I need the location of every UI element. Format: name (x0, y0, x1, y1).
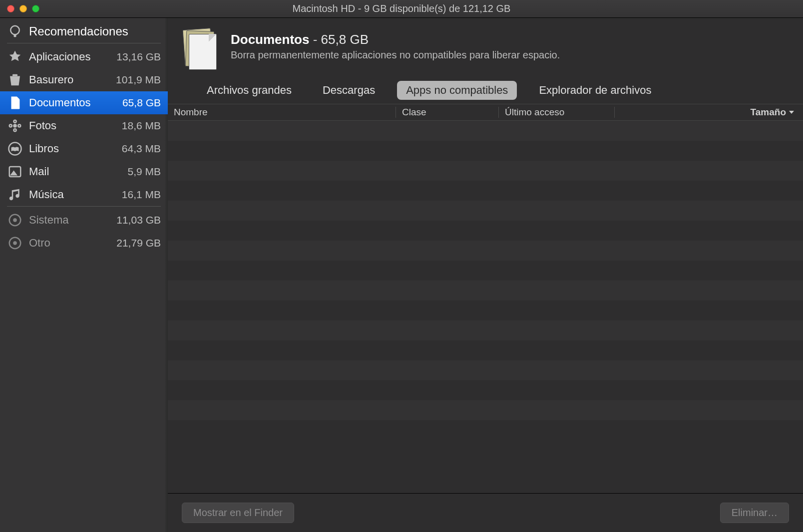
traffic-lights (7, 5, 39, 12)
storage-management-window: Macintosh HD - 9 GB disponible(s) de 121… (0, 0, 803, 532)
tab-file-browser[interactable]: Explorador de archivos (530, 81, 660, 100)
table-row[interactable] (168, 241, 803, 261)
column-header-kind[interactable]: Clase (396, 107, 498, 118)
sidebar-item-system[interactable]: Sistema 11,03 GB (0, 209, 168, 232)
sidebar-item-label: Música (29, 188, 116, 201)
sidebar-item-other[interactable]: Otro 21,79 GB (0, 232, 168, 255)
sort-descending-icon (789, 111, 794, 114)
sidebar-item-label: Mail (29, 165, 121, 178)
sidebar-item-size: 5,9 MB (127, 166, 161, 178)
photos-icon (7, 118, 23, 134)
gear-icon (7, 235, 23, 251)
sidebar-item-size: 21,79 GB (116, 237, 161, 249)
gear-icon (7, 212, 23, 228)
table-row[interactable] (168, 181, 803, 201)
table-row[interactable] (168, 121, 803, 141)
table-row[interactable] (168, 380, 803, 400)
category-size: 65,8 GB (321, 32, 369, 47)
applications-icon (7, 49, 23, 65)
close-window-button[interactable] (7, 5, 14, 12)
column-headers: Nombre Clase Último acceso Tamaño (168, 104, 803, 121)
books-icon (7, 141, 23, 157)
sidebar-item-size: 101,9 MB (116, 74, 161, 86)
sidebar: Recomendaciones Aplicaciones 13,16 GB Ba… (0, 18, 168, 532)
column-header-name[interactable]: Nombre (168, 107, 396, 118)
sidebar-item-books[interactable]: Libros 64,3 MB (0, 137, 168, 160)
main-panel: Documentos - 65,8 GB Borra permanentemen… (168, 18, 803, 532)
sidebar-item-label: Basurero (29, 73, 110, 86)
svg-point-6 (9, 125, 12, 127)
footer-bar: Mostrar en el Finder Eliminar… (168, 493, 803, 532)
sidebar-item-photos[interactable]: Fotos 18,6 MB (0, 114, 168, 137)
music-icon (7, 187, 23, 203)
sidebar-item-music[interactable]: Música 16,1 MB (0, 183, 168, 206)
category-subtitle: Borra permanentemente aplicaciones no co… (231, 49, 560, 61)
sidebar-item-size: 18,6 MB (122, 120, 161, 132)
table-row[interactable] (168, 161, 803, 181)
sidebar-item-label: Aplicaciones (29, 50, 110, 63)
svg-point-3 (13, 124, 17, 128)
sidebar-item-size: 11,03 GB (116, 214, 161, 226)
column-header-last-access[interactable]: Último acceso (498, 107, 614, 118)
svg-point-5 (14, 129, 16, 131)
sidebar-item-size: 13,16 GB (116, 51, 161, 63)
table-row[interactable] (168, 360, 803, 380)
tab-bar: Archivos grandes Descargas Apps no compa… (168, 81, 803, 104)
sidebar-item-size: 16,1 MB (122, 189, 161, 201)
tab-large-files[interactable]: Archivos grandes (198, 81, 301, 100)
documents-stack-icon (182, 29, 220, 71)
show-in-finder-button[interactable]: Mostrar en el Finder (182, 503, 294, 523)
sidebar-item-label: Documentos (29, 96, 116, 109)
category-header-text: Documentos - 65,8 GB Borra permanentemen… (231, 29, 560, 61)
window-body: Recomendaciones Aplicaciones 13,16 GB Ba… (0, 18, 803, 532)
sidebar-item-label: Sistema (29, 214, 110, 227)
sidebar-item-mail[interactable]: Mail 5,9 MB (0, 160, 168, 183)
category-title: Documentos (231, 32, 309, 47)
title-bar[interactable]: Macintosh HD - 9 GB disponible(s) de 121… (0, 0, 803, 18)
table-row[interactable] (168, 261, 803, 280)
sidebar-item-applications[interactable]: Aplicaciones 13,16 GB (0, 45, 168, 68)
sidebar-separator (7, 43, 161, 43)
svg-rect-2 (12, 74, 17, 76)
column-header-size[interactable]: Tamaño (614, 107, 803, 118)
window-title: Macintosh HD - 9 GB disponible(s) de 121… (293, 3, 511, 14)
file-list[interactable] (168, 121, 803, 493)
sidebar-item-label: Libros (29, 142, 116, 155)
svg-rect-1 (14, 34, 16, 37)
sidebar-item-label: Otro (29, 237, 110, 250)
trash-icon (7, 72, 23, 88)
table-row[interactable] (168, 400, 803, 420)
table-row[interactable] (168, 201, 803, 221)
table-row[interactable] (168, 320, 803, 340)
zoom-window-button[interactable] (32, 5, 39, 12)
sidebar-item-trash[interactable]: Basurero 101,9 MB (0, 68, 168, 91)
table-row[interactable] (168, 300, 803, 320)
tab-downloads[interactable]: Descargas (314, 81, 384, 100)
lightbulb-icon (7, 23, 23, 39)
delete-button[interactable]: Eliminar… (720, 503, 789, 523)
documents-icon (7, 95, 23, 111)
category-header: Documentos - 65,8 GB Borra permanentemen… (168, 18, 803, 81)
sidebar-item-recommendations[interactable]: Recomendaciones (0, 20, 168, 43)
table-row[interactable] (168, 221, 803, 241)
mail-icon (7, 164, 23, 180)
svg-point-13 (13, 241, 17, 245)
minimize-window-button[interactable] (19, 5, 27, 12)
table-row[interactable] (168, 340, 803, 360)
sidebar-item-label: Fotos (29, 119, 116, 132)
sidebar-item-size: 64,3 MB (122, 143, 161, 155)
tab-unsupported-apps[interactable]: Apps no compatibles (397, 81, 517, 100)
sidebar-separator (7, 206, 161, 207)
svg-point-4 (14, 120, 16, 123)
sidebar-item-label: Recomendaciones (29, 24, 161, 38)
sidebar-item-documents[interactable]: Documentos 65,8 GB (0, 91, 168, 114)
table-row[interactable] (168, 280, 803, 300)
svg-point-0 (10, 26, 19, 35)
table-row[interactable] (168, 141, 803, 161)
svg-point-11 (13, 218, 17, 222)
svg-point-7 (18, 125, 20, 127)
category-title-line: Documentos - 65,8 GB (231, 32, 560, 47)
sidebar-item-size: 65,8 GB (122, 97, 161, 109)
